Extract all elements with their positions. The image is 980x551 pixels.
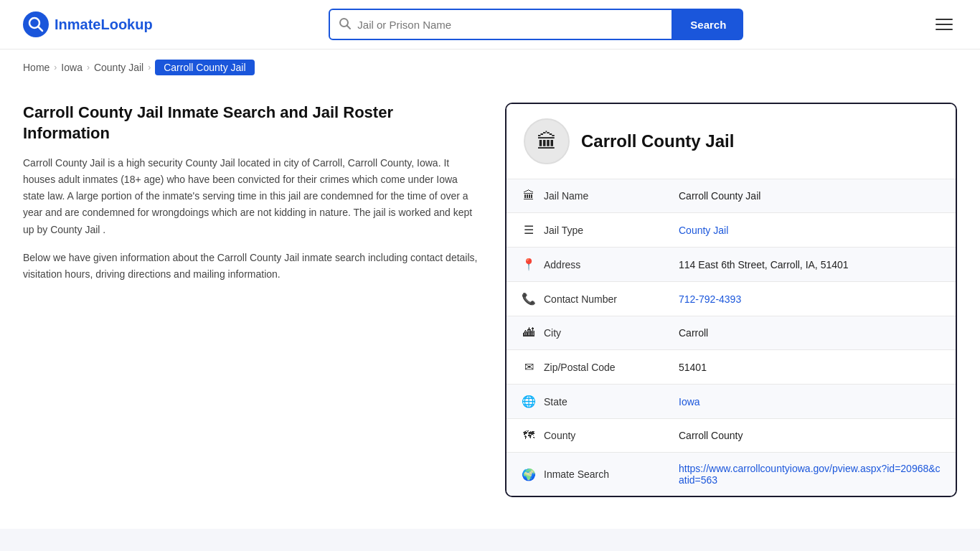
svg-line-1 — [39, 27, 43, 32]
row-icon: 🏙 — [521, 326, 537, 339]
table-row: 🏙CityCarroll — [507, 316, 956, 350]
value-link[interactable]: County Jail — [679, 225, 728, 236]
label-text: Jail Type — [544, 225, 583, 236]
value-cell: Carroll — [664, 316, 956, 350]
label-text: State — [544, 396, 567, 408]
table-row: 📞Contact Number712-792-4393 — [507, 282, 956, 316]
table-row: ✉Zip/Postal Code51401 — [507, 350, 956, 385]
value-cell[interactable]: County Jail — [664, 213, 956, 248]
value-cell: Carroll County — [664, 419, 956, 453]
hamburger-line-3 — [936, 29, 953, 30]
label-cell: 🗺County — [507, 419, 664, 453]
logo-icon — [23, 11, 49, 37]
value-cell[interactable]: 712-792-4393 — [664, 282, 956, 316]
chevron-icon-2: › — [87, 62, 90, 72]
row-icon: 🗺 — [521, 429, 537, 442]
jail-logo: 🏛 — [524, 118, 570, 164]
row-icon: 🌍 — [521, 468, 537, 481]
value-cell[interactable]: Iowa — [664, 385, 956, 419]
page-description-1: Carroll County Jail is a high security C… — [23, 155, 482, 237]
chevron-icon-3: › — [148, 62, 151, 72]
label-cell: 🌐State — [507, 385, 664, 419]
label-cell: 🏙City — [507, 316, 664, 350]
logo-text: InmateLookup — [55, 17, 153, 33]
card-header: 🏛 Carroll County Jail — [507, 104, 956, 179]
svg-line-3 — [347, 25, 351, 29]
hamburger-menu[interactable] — [931, 14, 957, 34]
value-link[interactable]: Iowa — [679, 396, 700, 408]
value-cell[interactable]: https://www.carrollcountyiowa.gov/pview.… — [664, 453, 956, 496]
value-cell: 114 East 6th Street, Carroll, IA, 51401 — [664, 248, 956, 282]
breadcrumb-iowa[interactable]: Iowa — [61, 62, 83, 73]
label-cell: ✉Zip/Postal Code — [507, 350, 664, 385]
table-row: ☰Jail TypeCounty Jail — [507, 213, 956, 248]
label-text: County — [544, 430, 575, 441]
table-row: 🌍Inmate Searchhttps://www.carrollcountyi… — [507, 453, 956, 496]
left-panel: Carroll County Jail Inmate Search and Ja… — [23, 103, 482, 497]
site-header: InmateLookup Search — [0, 0, 980, 50]
label-text: Address — [544, 259, 580, 270]
search-area: Search — [329, 9, 743, 40]
label-text: Zip/Postal Code — [544, 362, 616, 373]
jail-building-icon: 🏛 — [537, 130, 557, 154]
label-text: Contact Number — [544, 293, 617, 305]
table-row: 📍Address114 East 6th Street, Carroll, IA… — [507, 248, 956, 282]
hamburger-line-1 — [936, 19, 953, 20]
page-title: Carroll County Jail Inmate Search and Ja… — [23, 103, 482, 143]
table-row: 🗺CountyCarroll County — [507, 419, 956, 453]
info-table: 🏛Jail NameCarroll County Jail☰Jail TypeC… — [507, 179, 956, 496]
label-text: Inmate Search — [544, 468, 609, 480]
page-description-2: Below we have given information about th… — [23, 250, 482, 283]
breadcrumb-county-jail[interactable]: County Jail — [94, 62, 143, 73]
label-cell: ☰Jail Type — [507, 213, 664, 248]
logo[interactable]: InmateLookup — [23, 11, 153, 37]
search-wrapper — [329, 9, 673, 40]
table-row: 🌐StateIowa — [507, 385, 956, 419]
row-icon: ✉ — [521, 360, 537, 374]
hamburger-line-2 — [936, 24, 953, 25]
label-text: City — [544, 327, 561, 339]
breadcrumb: Home › Iowa › County Jail › Carroll Coun… — [0, 50, 980, 85]
table-row: 🏛Jail NameCarroll County Jail — [507, 179, 956, 213]
footer-area — [0, 529, 980, 551]
row-icon: 🏛 — [521, 189, 537, 202]
info-card: 🏛 Carroll County Jail 🏛Jail NameCarroll … — [505, 103, 957, 497]
search-button[interactable]: Search — [673, 9, 743, 40]
value-cell: 51401 — [664, 350, 956, 385]
label-cell: 🏛Jail Name — [507, 179, 664, 213]
value-link[interactable]: 712-792-4393 — [679, 293, 741, 305]
row-icon: 📞 — [521, 292, 537, 306]
row-icon: ☰ — [521, 223, 537, 237]
jail-title: Carroll County Jail — [581, 131, 734, 151]
search-icon — [339, 17, 352, 32]
chevron-icon-1: › — [54, 62, 57, 72]
value-link[interactable]: https://www.carrollcountyiowa.gov/pview.… — [679, 463, 941, 486]
breadcrumb-home[interactable]: Home — [23, 62, 50, 73]
breadcrumb-active: Carroll County Jail — [155, 60, 254, 75]
value-cell: Carroll County Jail — [664, 179, 956, 213]
label-text: Jail Name — [544, 190, 588, 202]
label-cell: 🌍Inmate Search — [507, 453, 664, 496]
row-icon: 🌐 — [521, 395, 537, 408]
search-input[interactable] — [357, 19, 663, 31]
right-panel: 🏛 Carroll County Jail 🏛Jail NameCarroll … — [505, 103, 957, 497]
label-cell: 📞Contact Number — [507, 282, 664, 316]
row-icon: 📍 — [521, 258, 537, 271]
main-content: Carroll County Jail Inmate Search and Ja… — [0, 85, 980, 514]
label-cell: 📍Address — [507, 248, 664, 282]
